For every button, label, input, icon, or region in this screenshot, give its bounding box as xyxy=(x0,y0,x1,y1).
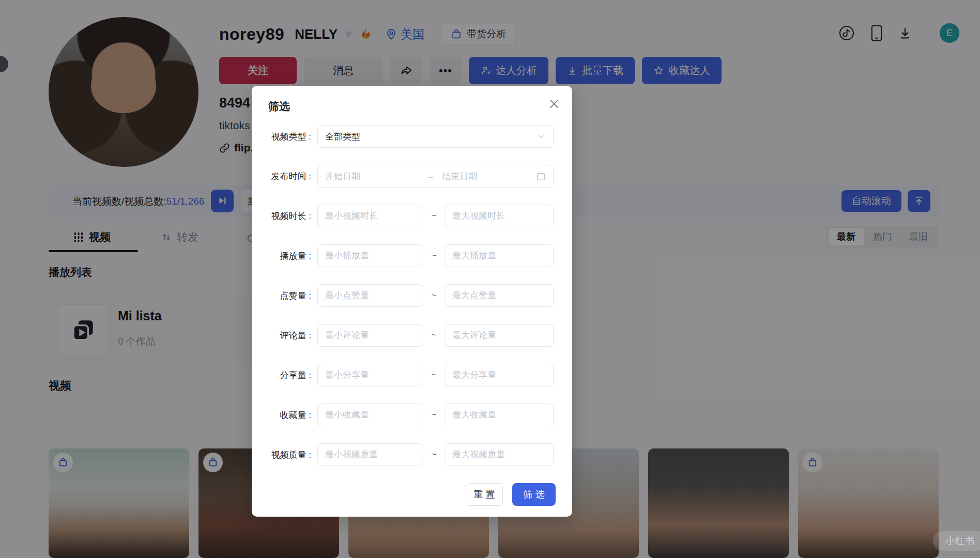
likes-min-input[interactable] xyxy=(317,284,423,307)
date-range-arrow-icon: → xyxy=(426,172,435,181)
filter-row-duration: 视频时长 : ~ xyxy=(268,205,556,227)
duration-min-input[interactable] xyxy=(317,205,423,227)
favorites-max-input[interactable] xyxy=(445,404,554,426)
filter-submit-button[interactable]: 筛 选 xyxy=(512,483,556,506)
quality-max-input[interactable] xyxy=(445,443,554,466)
duration-max-input[interactable] xyxy=(445,205,554,227)
comments-max-input[interactable] xyxy=(445,324,554,347)
shares-min-input[interactable] xyxy=(317,364,423,386)
filter-row-shares: 分享量 : ~ xyxy=(268,364,556,386)
filter-row-likes: 点赞量 : ~ xyxy=(268,284,556,307)
likes-max-input[interactable] xyxy=(445,284,554,307)
filter-row-quality: 视频质量 : ~ xyxy=(268,443,556,466)
filter-row-comments: 评论量 : ~ xyxy=(268,324,556,347)
calendar-icon xyxy=(536,172,546,181)
modal-footer: 重 置 筛 选 xyxy=(268,483,556,506)
filter-row-plays: 播放量 : ~ xyxy=(268,244,556,267)
chevron-down-icon xyxy=(537,132,546,141)
plays-max-input[interactable] xyxy=(445,244,554,267)
screen: norey89 NELLY ♥ 美国 带货分析 关注 消息 xyxy=(0,0,980,558)
start-date-placeholder[interactable]: 开始日期 xyxy=(325,171,419,182)
plays-min-input[interactable] xyxy=(317,244,423,267)
date-range-picker[interactable]: 开始日期 → 结束日期 xyxy=(317,165,554,188)
reset-button[interactable]: 重 置 xyxy=(466,483,503,506)
filter-row-favorites: 收藏量 : ~ xyxy=(268,404,556,426)
quality-min-input[interactable] xyxy=(317,443,423,466)
filter-row-video-type: 视频类型 : 全部类型 xyxy=(268,125,556,148)
filter-row-publish-date: 发布时间 : 开始日期 → 结束日期 xyxy=(268,165,556,188)
end-date-placeholder[interactable]: 结束日期 xyxy=(442,171,536,182)
shares-max-input[interactable] xyxy=(445,364,554,386)
close-icon[interactable] xyxy=(547,97,561,111)
filter-modal: 筛选 视频类型 : 全部类型 发布时间 : 开始日期 → 结束日期 xyxy=(252,86,572,517)
comments-min-input[interactable] xyxy=(317,324,423,347)
favorites-min-input[interactable] xyxy=(317,404,423,426)
modal-title: 筛选 xyxy=(268,99,556,114)
video-type-select[interactable]: 全部类型 xyxy=(317,125,554,148)
xiaohongshu-watermark: 小红书 xyxy=(933,531,980,551)
